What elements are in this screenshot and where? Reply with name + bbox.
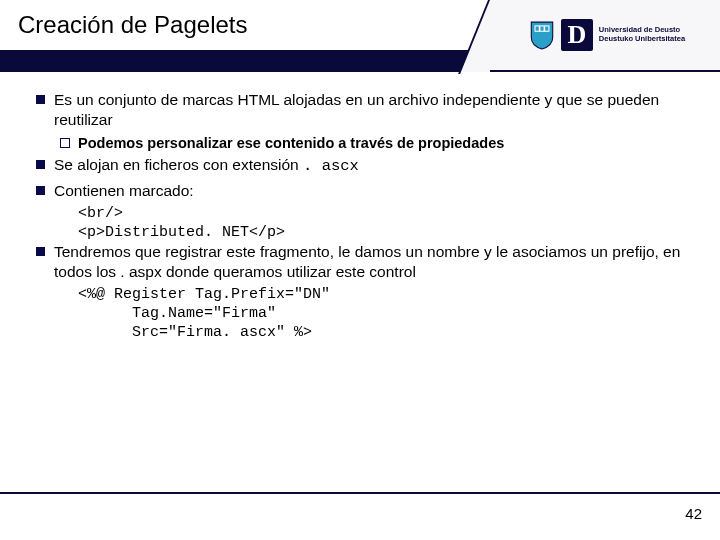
page-number: 42: [685, 505, 702, 522]
bullet-3-code-block: <br/> <p>Distributed. NET</p>: [30, 205, 692, 243]
bullet-1-sub: Podemos personalizar ese contenido a tra…: [30, 134, 692, 153]
university-name: Universidad de Deusto Deustuko Unibertsi…: [599, 26, 685, 43]
slide-header: Creación de Pagelets D Universidad de De…: [0, 0, 720, 72]
slide-content: Es un conjunto de marcas HTML alojadas e…: [0, 72, 720, 342]
bullet-1-text: Es un conjunto de marcas HTML alojadas e…: [54, 91, 659, 128]
bullet-2: Se alojan en ficheros con extensión . as…: [30, 155, 692, 177]
bullet-4-code-block: <%@ Register Tag.Prefix="DN" Tag.Name="F…: [30, 286, 692, 342]
university-line2: Deustuko Unibertsitatea: [599, 35, 685, 44]
svg-rect-2: [540, 26, 543, 30]
bullet-1-sub-text: Podemos personalizar ese contenido a tra…: [78, 135, 504, 151]
logo-letter: D: [561, 19, 593, 51]
bullet-4-text: Tendremos que registrar este fragmento, …: [54, 243, 680, 280]
svg-rect-3: [545, 26, 548, 30]
footer-divider: [0, 492, 720, 494]
bullet-1: Es un conjunto de marcas HTML alojadas e…: [30, 90, 692, 130]
header-accent-bar: [0, 50, 490, 72]
bullet-3-text: Contienen marcado:: [54, 182, 194, 199]
shield-icon: [529, 20, 555, 50]
logo-tab: D Universidad de Deusto Deustuko Unibert…: [490, 0, 720, 72]
svg-rect-1: [535, 26, 538, 30]
bullet-4: Tendremos que registrar este fragmento, …: [30, 242, 692, 282]
logo-container: D Universidad de Deusto Deustuko Unibert…: [490, 0, 720, 70]
bullet-2-prefix: Se alojan en ficheros con extensión: [54, 156, 303, 173]
bullet-3: Contienen marcado:: [30, 181, 692, 201]
bullet-2-code: . ascx: [303, 157, 359, 175]
page-title: Creación de Pagelets: [0, 11, 247, 39]
